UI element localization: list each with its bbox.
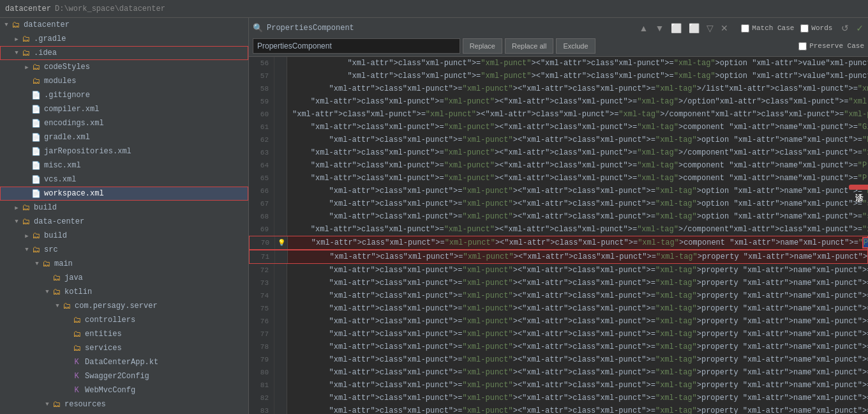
line-content: "xml-attr">class"xml-punct">="xml-punct"…	[287, 121, 868, 134]
line-gutter	[274, 223, 287, 236]
sidebar-item-codeStyles[interactable]: ▶🗂codeStyles	[0, 60, 248, 74]
line-number: 74	[249, 289, 274, 302]
line-gutter	[274, 197, 287, 210]
sidebar-item-controllers[interactable]: 🗂controllers	[0, 313, 248, 327]
sidebar-item-gradle_xml[interactable]: 📄gradle.xml	[0, 130, 248, 144]
find-input[interactable]	[253, 38, 460, 54]
line-gutter	[274, 121, 287, 134]
sidebar-item-idea[interactable]: ▼🗂.idea	[0, 46, 248, 60]
line-gutter: 💡	[275, 236, 288, 249]
line-gutter	[274, 134, 287, 146]
code-line: 73 "xml-attr">class"xml-punct">="xml-pun…	[249, 277, 868, 289]
sidebar-item-com_persagy[interactable]: ▼🗂com.persagy.server	[0, 299, 248, 313]
line-content: "xml-attr">class"xml-punct">="xml-punct"…	[287, 392, 868, 404]
sidebar-item-jarRepositories[interactable]: 📄jarRepositories.xml	[0, 144, 248, 158]
line-number: 76	[249, 315, 274, 328]
tree-item-label: compiler.xml	[44, 105, 99, 114]
line-gutter	[274, 172, 287, 185]
sidebar-item-resources[interactable]: ▼🗂resources	[0, 397, 248, 411]
line-content: "xml-attr">class"xml-punct">="xml-punct"…	[287, 341, 868, 353]
tree-arrow: ▼	[33, 261, 41, 267]
folder-icon: 🗂	[20, 48, 31, 58]
tree-item-label: WebMvcConfg	[85, 386, 135, 395]
line-number: 80	[249, 366, 274, 379]
line-content: "xml-attr">class"xml-punct">="xml-punct"…	[287, 277, 868, 289]
sidebar-item-gradle[interactable]: ▶🗂.gradle	[0, 32, 248, 46]
folder-icon: 🗂	[31, 62, 41, 72]
sidebar-item-encodings[interactable]: 📄encodings.xml	[0, 116, 248, 130]
sidebar-item-modules[interactable]: 🗂modules	[0, 74, 248, 88]
sidebar-item-build_root[interactable]: ▶🗂build	[0, 201, 248, 215]
sidebar-item-vcs[interactable]: 📄vcs.xml	[0, 172, 248, 187]
prev-btn[interactable]: ▲	[637, 20, 651, 36]
toggle-btn[interactable]: ⬜	[686, 20, 702, 36]
sidebar-item-gitignore[interactable]: 📄.gitignore	[0, 88, 248, 102]
folder-icon: 🗂	[61, 301, 71, 311]
tree-arrow: ▶	[13, 36, 20, 43]
sidebar-item-kotlin[interactable]: ▼🗂kotlin	[0, 285, 248, 299]
line-content: "xml-attr">class"xml-punct">="xml-punct"…	[287, 108, 868, 121]
sidebar-item-src[interactable]: ▼🗂src	[0, 243, 248, 257]
sidebar-item-root[interactable]: ▼🗂datacenter	[0, 18, 248, 32]
tree-item-label: resources	[64, 400, 106, 409]
line-number: 68	[249, 210, 274, 223]
line-content: "xml-attr">class"xml-punct">="xml-punct"…	[288, 236, 868, 249]
replace-all-button[interactable]: Replace all	[505, 38, 553, 54]
line-number: 60	[249, 108, 274, 121]
match-case-checkbox[interactable]	[741, 24, 749, 33]
sidebar: ▼🗂datacenter▶🗂.gradle▼🗂.idea▶🗂codeStyles…	[0, 18, 249, 414]
tree-item-label: .gitignore	[44, 91, 90, 100]
replace-button[interactable]: Replace	[463, 38, 502, 54]
sidebar-item-java[interactable]: 🗂java	[0, 271, 248, 285]
sidebar-item-compiler[interactable]: 📄compiler.xml	[0, 102, 248, 116]
sidebar-item-data-center[interactable]: ▼🗂data-center	[0, 215, 248, 229]
folder-icon: 🗂	[20, 203, 31, 213]
tree-item-label: workspace.xml	[44, 189, 104, 198]
line-gutter	[275, 250, 288, 263]
line-content: "xml-attr">class"xml-punct">="xml-punct"…	[288, 250, 868, 263]
exclude-button[interactable]: Exclude	[556, 38, 595, 54]
line-content: "xml-attr">class"xml-punct">="xml-punct"…	[287, 159, 868, 172]
tree-item-label: controllers	[85, 316, 135, 325]
preserve-case-checkbox[interactable]	[798, 42, 807, 50]
line-number: 77	[249, 328, 274, 341]
sidebar-item-DataCenterApp[interactable]: KDataCenterApp.kt	[0, 355, 248, 369]
sidebar-item-workspace[interactable]: 📄workspace.xml	[0, 187, 248, 201]
sidebar-item-Swagger2Config[interactable]: KSwagger2Config	[0, 369, 248, 383]
sidebar-item-application_yml[interactable]: Yapplication.yml	[0, 411, 248, 414]
sidebar-item-WebMvcConfig[interactable]: KWebMvcConfg	[0, 383, 248, 397]
sidebar-item-entities[interactable]: 🗂entities	[0, 327, 248, 341]
folder-icon: 🗂	[20, 34, 31, 44]
sidebar-item-build_dc[interactable]: ▶🗂build	[0, 229, 248, 243]
code-line: 68 "xml-attr">class"xml-punct">="xml-pun…	[249, 210, 868, 223]
code-editor[interactable]: 56 "xml-attr">class"xml-punct">="xml-pun…	[249, 57, 868, 414]
file-xml-icon: 📄	[31, 160, 41, 171]
close-toolbar-btn[interactable]: ✕	[718, 20, 731, 36]
folder-icon: 🗂	[20, 217, 31, 227]
next-btn[interactable]: ▼	[652, 20, 666, 36]
line-number: 63	[249, 146, 274, 159]
match-case-label[interactable]: Match Case	[741, 24, 794, 33]
code-line: 70💡 "xml-attr">class"xml-punct">="xml-pu…	[249, 236, 868, 250]
line-content: "xml-attr">class"xml-punct">="xml-punct"…	[287, 134, 868, 146]
tree-arrow: ▶	[13, 204, 20, 211]
file-kt-icon: K	[71, 371, 82, 381]
line-gutter	[274, 95, 287, 108]
tree-arrow: ▼	[13, 50, 20, 56]
line-gutter	[274, 328, 287, 341]
words-label[interactable]: Words	[800, 24, 832, 33]
refresh-btn[interactable]: ↺	[839, 20, 851, 36]
line-gutter	[274, 379, 287, 392]
code-line: 62 "xml-attr">class"xml-punct">="xml-pun…	[249, 134, 868, 146]
words-checkbox[interactable]	[800, 24, 809, 33]
preserve-case-label[interactable]: Preserve Case	[798, 42, 864, 50]
search-icon: 🔍	[253, 23, 263, 33]
code-line: 66 "xml-attr">class"xml-punct">="xml-pun…	[249, 185, 868, 197]
filter-btn[interactable]: ▽	[704, 20, 716, 36]
sidebar-item-services[interactable]: 🗂services	[0, 341, 248, 355]
tree-arrow: ▶	[23, 64, 31, 71]
sidebar-item-main[interactable]: ▼🗂main	[0, 257, 248, 271]
sidebar-item-misc[interactable]: 📄misc.xml	[0, 158, 248, 172]
open-editor-btn[interactable]: ⬜	[668, 20, 684, 36]
line-number: 64	[249, 159, 274, 172]
